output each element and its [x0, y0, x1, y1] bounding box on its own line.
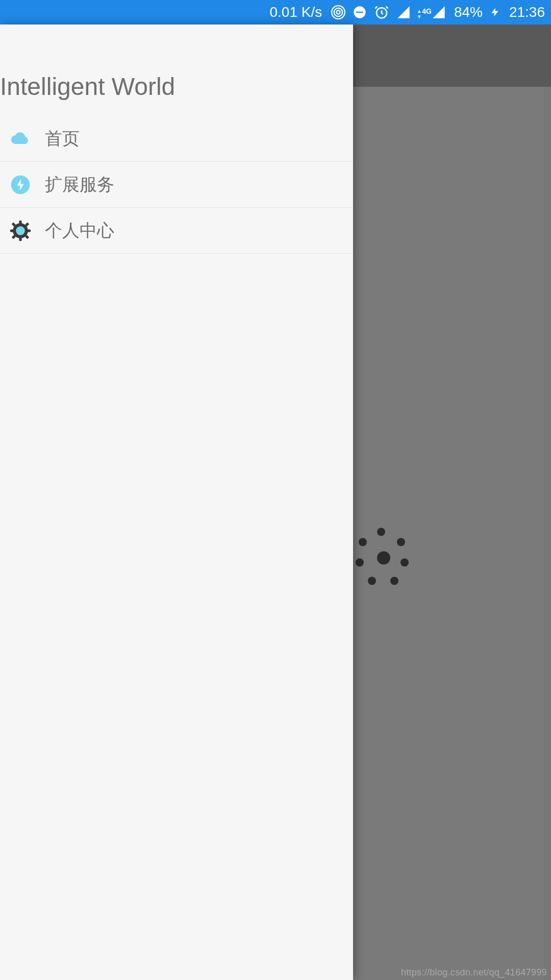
navigation-drawer: Intelligent World 首页 扩展服务 — [0, 24, 353, 980]
svg-point-1 — [334, 8, 342, 16]
status-bar: 0.01 K/s ▴ ▾ 4G 84% — [0, 0, 551, 24]
dnd-icon — [353, 5, 367, 19]
drawer-item-home[interactable]: 首页 — [0, 116, 353, 162]
svg-rect-11 — [27, 229, 31, 232]
svg-rect-9 — [19, 237, 21, 241]
drawer-item-profile[interactable]: 个人中心 — [0, 208, 353, 254]
loading-spinner-icon — [354, 528, 409, 583]
drawer-title: Intelligent World — [0, 72, 353, 101]
signal-icon — [396, 5, 411, 19]
svg-point-0 — [337, 11, 340, 14]
drawer-item-label: 个人中心 — [45, 219, 114, 242]
cloud-icon — [8, 127, 33, 151]
svg-rect-8 — [19, 220, 21, 224]
bolt-icon — [8, 173, 33, 197]
status-time: 21:36 — [509, 4, 545, 20]
watermark-text: https://blog.csdn.net/qq_41647999 — [401, 967, 547, 978]
drawer-header: Intelligent World — [0, 24, 353, 116]
svg-point-16 — [16, 226, 25, 235]
drawer-item-label: 扩展服务 — [45, 173, 114, 197]
charging-icon — [490, 5, 500, 19]
alarm-icon — [374, 5, 389, 20]
signal-4g-icon: ▴ ▾ 4G — [418, 5, 446, 19]
svg-rect-4 — [356, 12, 363, 13]
battery-percent: 84% — [454, 4, 483, 20]
drawer-item-services[interactable]: 扩展服务 — [0, 162, 353, 208]
drawer-item-label: 首页 — [45, 127, 80, 151]
hotspot-icon — [331, 5, 345, 19]
gear-icon — [8, 218, 33, 243]
signal-4g-label: 4G — [422, 7, 432, 15]
network-speed: 0.01 K/s — [269, 4, 322, 20]
svg-rect-10 — [10, 229, 14, 232]
